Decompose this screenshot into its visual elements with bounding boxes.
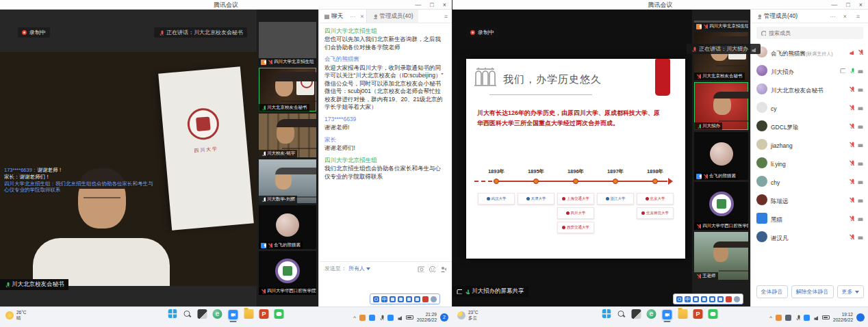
tray-expand-icon[interactable]: ^: [353, 315, 356, 321]
share-screen-icon[interactable]: [840, 68, 845, 73]
ime-settings-icon[interactable]: [734, 296, 740, 302]
main-video[interactable]: 四川大学 173****6639：谢谢老师！ 家长：谢谢老师们！ 四川大学北京招…: [0, 52, 257, 286]
more-button[interactable]: 更多: [837, 285, 864, 298]
ime-mode-icon[interactable]: O: [676, 296, 682, 302]
participant-tile[interactable]: 王老师: [694, 232, 748, 280]
member-row[interactable]: jiazhang: [756, 135, 863, 153]
clock[interactable]: 19:122022/6/22: [833, 312, 853, 323]
participant-tile[interactable]: 川大北京校友会秘书: [259, 68, 316, 112]
panel-more-button[interactable]: ···: [828, 13, 838, 20]
tray-expand-icon[interactable]: ^: [769, 315, 772, 321]
ime-toolbar[interactable]: O 中: [370, 293, 440, 304]
mic-on-icon[interactable]: [849, 68, 854, 73]
wechat-icon[interactable]: [709, 309, 718, 319]
panel-menu-button[interactable]: ≡: [852, 13, 864, 20]
battery-icon[interactable]: [822, 315, 830, 319]
meeting-app-active[interactable]: [228, 309, 239, 321]
panel-menu-button[interactable]: ≡: [440, 13, 452, 20]
panel-close-button[interactable]: ×: [841, 13, 850, 20]
ime-lang-icon[interactable]: 中: [381, 296, 387, 302]
ime-mode-icon[interactable]: O: [373, 296, 379, 302]
camera-icon[interactable]: [858, 160, 863, 166]
member-row[interactable]: chy: [756, 172, 863, 190]
file-explorer-icon[interactable]: [244, 309, 254, 319]
meeting-app-active[interactable]: [662, 309, 673, 321]
minimize-button[interactable]: —: [415, 1, 421, 8]
tab-chat[interactable]: 聊天: [319, 10, 348, 23]
ime-punct-icon[interactable]: [693, 296, 699, 302]
participant-tile[interactable]: 川大数学-刘辉: [259, 159, 316, 203]
browser-icon[interactable]: e: [647, 309, 656, 319]
ime-keyboard-icon[interactable]: [414, 296, 420, 302]
start-button[interactable]: [168, 309, 177, 318]
participant-tile[interactable]: 四川大学华西口腔医学院: [694, 182, 748, 230]
mic-off-icon[interactable]: [849, 179, 854, 184]
member-row[interactable]: 川大北京校友会秘书: [756, 79, 863, 98]
battery-icon[interactable]: [406, 315, 413, 319]
wechat-icon[interactable]: [275, 309, 284, 319]
chat-more-button[interactable]: ···: [348, 13, 358, 20]
clock[interactable]: 21:292022/6/22: [417, 312, 437, 323]
invite-icon[interactable]: [439, 265, 446, 272]
tray-icon[interactable]: [359, 315, 366, 321]
participant-tile[interactable]: 川大招办: [694, 82, 748, 130]
volume-icon[interactable]: [813, 315, 819, 320]
sound-off-icon[interactable]: [849, 49, 854, 55]
close-button[interactable]: ×: [443, 1, 446, 8]
powerpoint-icon[interactable]: P: [693, 309, 703, 319]
mic-off-icon[interactable]: [849, 123, 854, 129]
participant-tile[interactable]: 会飞的熊猫酱: [694, 132, 748, 180]
ime-emoji-icon[interactable]: [398, 296, 404, 302]
camera-icon[interactable]: [858, 142, 863, 147]
member-list[interactable]: 会飞的熊猫酱(联席主持人) 川大招办 川大北京校友会秘书 cy: [751, 41, 868, 280]
tray-icon[interactable]: [776, 315, 782, 321]
tray-mic-icon[interactable]: [379, 315, 384, 320]
member-row[interactable]: 会飞的熊猫酱(联席主持人): [756, 42, 863, 61]
ime-cut-icon[interactable]: [406, 296, 412, 302]
participant-tile[interactable]: 四川大学北京招生组: [259, 22, 316, 66]
camera-icon[interactable]: [858, 215, 863, 221]
weather-widget[interactable]: 26°C晴: [5, 310, 27, 321]
mic-off-icon[interactable]: [849, 142, 854, 147]
file-explorer-icon[interactable]: [678, 309, 688, 319]
ime-keyboard-icon[interactable]: [717, 296, 724, 302]
unmute-all-button[interactable]: 解除全体静音: [791, 285, 834, 298]
camera-icon[interactable]: [858, 234, 863, 239]
participant-tile[interactable]: 四川大学北京招生组: [694, 21, 748, 30]
mic-off-icon[interactable]: [849, 215, 854, 221]
mic-off-icon[interactable]: [849, 86, 854, 92]
app-icon[interactable]: [632, 309, 641, 319]
member-row[interactable]: 谢汉凡: [756, 227, 863, 246]
app-icon[interactable]: [198, 309, 207, 319]
screenshot-icon[interactable]: [418, 265, 424, 272]
chat-messages[interactable]: 四川大学北京招生组您也可以先加入我们北京新生咨询群，之后我们会协助各位对接各学院…: [319, 23, 452, 261]
search-button[interactable]: [183, 309, 192, 319]
participant-tile[interactable]: 川大北京校友会秘书: [694, 32, 748, 80]
camera-icon[interactable]: [858, 123, 863, 129]
search-input[interactable]: [769, 30, 859, 36]
participant-tile[interactable]: 会飞的熊猫酱: [259, 205, 316, 249]
member-row[interactable]: 陈瑞远: [756, 190, 863, 209]
ime-emoji-icon[interactable]: [701, 296, 707, 302]
weather-widget[interactable]: 23°C多云: [457, 310, 478, 321]
volume-icon[interactable]: [397, 315, 403, 320]
ime-skin-icon[interactable]: [726, 296, 732, 302]
start-button[interactable]: [602, 309, 611, 318]
tray-meeting-icon[interactable]: [804, 315, 810, 321]
camera-icon[interactable]: [858, 105, 863, 110]
member-row[interactable]: 黑猫: [756, 209, 863, 227]
powerpoint-icon[interactable]: P: [259, 309, 269, 319]
tab-members[interactable]: 管理成员(40): [366, 10, 418, 23]
ime-lang-icon[interactable]: 中: [685, 296, 691, 302]
camera-icon[interactable]: [858, 179, 863, 184]
camera-icon[interactable]: [858, 197, 863, 202]
tray-icon[interactable]: [369, 315, 375, 321]
notification-badge[interactable]: [856, 313, 865, 322]
ime-settings-icon[interactable]: [431, 296, 437, 302]
ime-punct-icon[interactable]: [390, 296, 396, 302]
participant-tile[interactable]: 四川大学华西口腔医学院: [259, 251, 316, 295]
mic-off-icon[interactable]: [849, 197, 854, 202]
camera-icon[interactable]: [858, 68, 863, 73]
member-row[interactable]: li.ying: [756, 153, 863, 172]
mic-off-icon[interactable]: [849, 234, 854, 239]
